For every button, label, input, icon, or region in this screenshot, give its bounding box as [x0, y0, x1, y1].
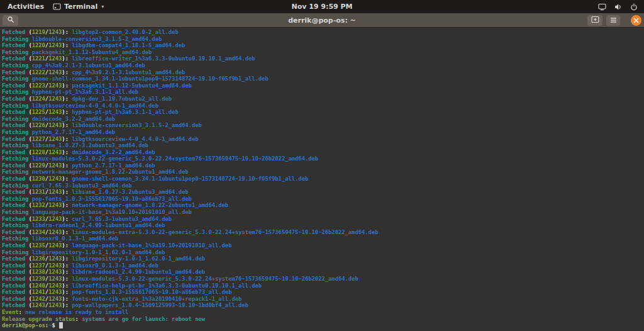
- terminal-line: Fetched (1233/1243): curl_7.65.3-1ubuntu…: [2, 216, 644, 223]
- terminal-line: Fetching libdouble-conversion3_3.1.5-2_a…: [2, 36, 644, 43]
- clock[interactable]: Nov 19 9:59 PM: [291, 0, 352, 13]
- terminal-line: Fetching linux-modules-5.3.0-22-generic_…: [2, 155, 644, 162]
- new-tab-button[interactable]: [587, 15, 602, 26]
- terminal-line: Fetching packagekit_1.1.12-5ubuntu4_amd6…: [2, 49, 644, 56]
- terminal-line: Fetching language-pack-it-base_1%3a19.10…: [2, 209, 644, 216]
- terminal-output[interactable]: Fetched (1219/1243): libgtop2-common_2.4…: [0, 28, 644, 331]
- display-icon: [598, 3, 606, 11]
- terminal-line: Fetched (1237/1243): libsoxr0_0.1.3-1_am…: [2, 262, 644, 269]
- terminal-line: Fetched (1235/1243): language-pack-it-ba…: [2, 242, 644, 249]
- terminal-line: Fetched (1227/1243): libgtksourceview-4-…: [2, 136, 644, 143]
- terminal-line: Fetching pop-fonts_1.0.3~1555617065~19.1…: [2, 196, 644, 203]
- terminal-headerbar: derrik@pop-os: ~: [0, 13, 644, 28]
- window-title: derrik@pop-os: ~: [288, 13, 356, 28]
- terminal-line: Fetching libgirepository-1.0-1_1.62.0-1_…: [2, 249, 644, 256]
- terminal-line: Fetched (1236/1243): libgirepository-1.0…: [2, 255, 644, 262]
- terminal-line: Fetched (1221/1243): libreoffice-writer_…: [2, 55, 644, 62]
- new-terminal-icon: [591, 16, 599, 25]
- chevron-down-icon: ▾: [101, 4, 104, 9]
- terminal-cursor: [59, 322, 63, 328]
- terminal-line: Fetching libdrm-radeon1_2.4.99-1ubuntu1_…: [2, 222, 644, 229]
- power-icon: [630, 3, 638, 11]
- hamburger-menu-icon: [610, 16, 617, 25]
- gnome-top-bar: Activities Terminal ▾ Nov 19 9:59 PM: [0, 0, 644, 13]
- terminal-line: Fetched (1222/1243): cpp_4%3a9.2.1-3.1ub…: [2, 69, 644, 76]
- terminal-line: derrik@pop-os:~$: [2, 322, 644, 329]
- terminal-line: Fetching network-manager-gnome_1.8.22-2u…: [2, 169, 644, 176]
- terminal-line: Fetching dmidecode_3.2-2_amd64.deb: [2, 116, 644, 123]
- terminal-line: Fetching libsane_1.0.27-3.2ubuntu3_amd64…: [2, 142, 644, 149]
- terminal-line: Fetched (1238/1243): libdrm-radeon1_2.4.…: [2, 269, 644, 276]
- terminal-line: Fetching hyphen-pt-pt_1%3a6.3.1-1_all.de…: [2, 89, 644, 96]
- terminal-line: Release upgrade status: systems are go f…: [2, 316, 644, 323]
- app-menu-label: Terminal: [64, 3, 97, 11]
- terminal-line: Fetched (1225/1243): hyphen-pt-pt_1%3a6.…: [2, 109, 644, 116]
- terminal-line: Fetched (1243/1243): pop-wallpapers_1.0.…: [2, 302, 644, 309]
- terminal-line: Fetched (1242/1243): fonts-noto-cjk-extr…: [2, 296, 644, 303]
- terminal-line: Fetched (1234/1243): linux-modules-extra…: [2, 229, 644, 236]
- terminal-line: Event: new release is ready to install: [2, 309, 644, 316]
- terminal-line: Fetched (1226/1243): libdouble-conversio…: [2, 122, 644, 129]
- terminal-line: Fetched (1239/1243): linux-modules-5.3.0…: [2, 276, 644, 283]
- terminal-line: Fetching curl_7.65.3-1ubuntu3_amd64.deb: [2, 182, 644, 189]
- search-icon: [7, 16, 14, 25]
- terminal-line: Fetched (1228/1243): dmidecode_3.2-2_amd…: [2, 149, 644, 156]
- volume-icon: [614, 3, 622, 11]
- terminal-app-icon: [53, 3, 61, 11]
- menu-button[interactable]: [606, 15, 620, 26]
- terminal-line: Fetching gnome-shell-common_3.34.1-1ubun…: [2, 76, 644, 82]
- terminal-line: Fetched (1230/1243): gnome-shell-common_…: [2, 176, 644, 182]
- close-icon: [633, 16, 639, 25]
- terminal-line: Fetched (1223/1243): packagekit_1.1.12-5…: [2, 82, 644, 89]
- terminal-line: Fetched (1220/1243): libgdbm-compat4_1.1…: [2, 42, 644, 49]
- app-menu[interactable]: Terminal ▾: [53, 3, 104, 11]
- terminal-line: Fetched (1231/1243): libsane_1.0.27-3.2u…: [2, 189, 644, 196]
- terminal-line: Fetched (1219/1243): libgtop2-common_2.4…: [2, 29, 644, 36]
- terminal-line: Fetching cpp_4%3a9.2.1-3.1ubuntu1_amd64.…: [2, 62, 644, 69]
- close-button[interactable]: [631, 15, 641, 26]
- terminal-line: Fetching python_2.7.17-1_amd64.deb: [2, 129, 644, 136]
- system-status-area[interactable]: [598, 0, 638, 13]
- terminal-line: Fetching libsoxr0_0.1.3-1_amd64.deb: [2, 235, 644, 242]
- activities-button[interactable]: Activities: [8, 3, 44, 11]
- terminal-line: Fetched (1240/1243): libreoffice-help-pt…: [2, 283, 644, 289]
- search-button[interactable]: [3, 15, 18, 26]
- terminal-line: Fetched (1241/1243): pop-fonts_1.0.3~155…: [2, 289, 644, 296]
- terminal-line: Fetched (1232/1243): network-manager-gno…: [2, 202, 644, 209]
- terminal-line: Fetched (1229/1243): python_2.7.17-1_amd…: [2, 162, 644, 169]
- terminal-line: Fetching libgtksourceview-4-0_4.4.0-1_am…: [2, 103, 644, 109]
- terminal-line: Fetched (1224/1243): dpkg-dev_1.19.7ubun…: [2, 96, 644, 103]
